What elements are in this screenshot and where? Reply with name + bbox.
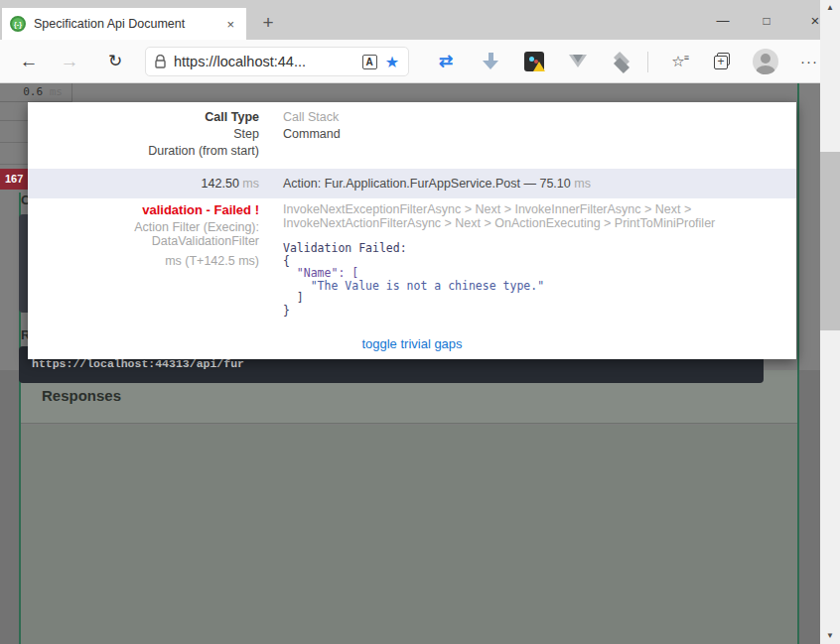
- validation-failed-title: validation - Failed !: [28, 202, 259, 217]
- minimize-button[interactable]: —: [708, 10, 738, 32]
- avatar-head: [761, 54, 770, 64]
- profiler-column-divider: [71, 83, 72, 102]
- list-lines-icon: ≡: [684, 56, 689, 60]
- timing-value: 0.6: [23, 85, 43, 98]
- request-url-value: https://localhost:44313/api/fur: [32, 357, 751, 371]
- profiler-popup: Call Type Step Duration (from start) Cal…: [28, 102, 796, 359]
- tab-close-icon[interactable]: ×: [222, 17, 238, 32]
- action-filter-line1: Action Filter (Execing):: [28, 220, 259, 234]
- action-unit: ms: [574, 177, 591, 191]
- vue-devtools-extension-icon[interactable]: [567, 51, 589, 72]
- layers-extension-icon[interactable]: [611, 51, 632, 72]
- plus-square-icon: +: [714, 56, 728, 69]
- validation-json-output: Validation Failed: { "Name": [ "The Valu…: [283, 242, 544, 317]
- command-header: Command: [283, 127, 341, 141]
- url-text[interactable]: https://localhost:44...: [174, 54, 354, 69]
- forward-button[interactable]: →: [57, 50, 82, 73]
- tab-title: Specification Api Document: [34, 17, 222, 31]
- maximize-button[interactable]: □: [752, 10, 781, 32]
- browser-window: {-} Specification Api Document × + — □ ×…: [0, 0, 840, 644]
- duration-unit: ms: [242, 177, 259, 191]
- duration-value: 142.50: [202, 177, 239, 191]
- bookmark-star-icon[interactable]: ★: [385, 53, 399, 71]
- settings-menu-button[interactable]: ···: [798, 51, 820, 72]
- table-row-divider: [0, 164, 28, 165]
- json-line: "The Value is not a chinese type.": [283, 280, 544, 293]
- action-text: Action: Fur.Application.FurAppService.Po…: [283, 177, 571, 191]
- toolbar-divider: [647, 52, 648, 72]
- page-margin-right: [799, 370, 820, 644]
- page-scrollbar[interactable]: ▲ ▼: [820, 0, 840, 644]
- new-tab-button[interactable]: +: [256, 12, 280, 34]
- download-extension-icon[interactable]: [480, 51, 501, 72]
- action-duration: 142.50 ms: [28, 169, 259, 198]
- action-description: Action: Fur.Application.FurAppService.Po…: [283, 169, 591, 198]
- json-line: ]: [283, 292, 544, 305]
- action-timing-row[interactable]: 142.50 ms Action: Fur.Application.FurApp…: [28, 169, 796, 198]
- scroll-down-arrow[interactable]: ▼: [820, 628, 840, 644]
- refresh-button[interactable]: ↻: [102, 50, 128, 73]
- step-header: Step: [28, 127, 259, 141]
- responses-title: Responses: [42, 387, 121, 404]
- back-button[interactable]: ←: [16, 50, 42, 73]
- toggle-trivial-gaps-link[interactable]: toggle trivial gaps: [28, 336, 796, 351]
- responses-section-body: [21, 425, 797, 644]
- warning-triangle-icon: [533, 62, 545, 71]
- validation-time-label: ms (T+142.5 ms): [28, 254, 259, 268]
- inner-chevron: [573, 55, 583, 63]
- page-margin-left: [0, 370, 19, 644]
- profiler-duration-badge: 167: [0, 169, 28, 190]
- favorites-button[interactable]: ☆≡: [667, 51, 689, 72]
- table-row-divider: [0, 120, 28, 121]
- call-type-header: Call Type: [28, 110, 259, 124]
- sync-extension-icon[interactable]: ⇄: [435, 51, 457, 72]
- profile-avatar[interactable]: [753, 49, 778, 74]
- profiler-timing-cell: 0.6 ms: [0, 83, 71, 102]
- action-filter-line2: DataValidationFilter: [28, 234, 259, 248]
- timing-unit: ms: [50, 85, 63, 98]
- duration-header: Duration (from start): [28, 144, 259, 158]
- star-icon: ☆: [671, 53, 684, 69]
- scroll-up-arrow[interactable]: ▲: [820, 0, 840, 16]
- title-bar: {-} Specification Api Document × + — □ ×: [0, 0, 840, 40]
- address-bar[interactable]: https://localhost:44... A ★: [145, 47, 409, 76]
- call-stack-line1: InvokeNextExceptionFilterAsync > Next > …: [283, 202, 691, 216]
- json-line: Validation Failed:: [283, 242, 544, 255]
- collections-button[interactable]: +: [712, 51, 734, 72]
- scrollbar-thumb[interactable]: [820, 152, 840, 330]
- json-line: "Name": [: [283, 267, 544, 280]
- call-stack-line2: InvokeNextActionFilterAsync > Next > OnA…: [283, 216, 715, 230]
- browser-tab[interactable]: {-} Specification Api Document ×: [2, 8, 246, 40]
- translate-icon[interactable]: A: [362, 55, 377, 69]
- arrow-head: [483, 61, 498, 69]
- json-line: }: [283, 305, 544, 318]
- devtools-extension-icon[interactable]: [523, 51, 545, 72]
- lock-icon: [155, 55, 166, 68]
- call-stack-header: Call Stack: [283, 110, 339, 124]
- swagger-favicon-icon: {-}: [10, 16, 26, 32]
- table-row-divider: [0, 142, 28, 143]
